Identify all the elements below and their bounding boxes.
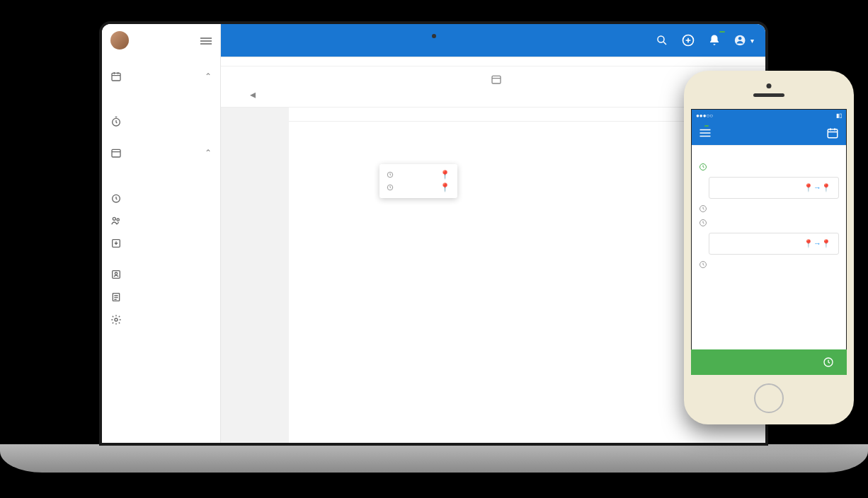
timeline-event xyxy=(699,216,839,230)
svg-point-13 xyxy=(735,35,746,46)
svg-point-4 xyxy=(113,217,115,220)
clock-icon xyxy=(699,163,707,171)
add-icon[interactable] xyxy=(681,33,695,47)
download-icon xyxy=(110,238,122,249)
timeline-event xyxy=(699,202,839,216)
contact-icon xyxy=(110,269,122,280)
sidebar: ⌃ ⌃ xyxy=(102,24,221,443)
bell-icon[interactable] xyxy=(708,34,721,47)
laptop-camera xyxy=(432,34,436,38)
people-icon xyxy=(110,215,122,226)
sidebar-item-subtasks[interactable] xyxy=(102,99,220,110)
signal-icon: ●●●○○ xyxy=(696,112,713,119)
chevron-up-icon: ⌃ xyxy=(205,71,212,81)
clock-icon xyxy=(699,219,707,227)
search-icon[interactable] xyxy=(656,34,668,47)
clock-icon xyxy=(699,204,707,213)
sidebar-item-team-subtasks[interactable] xyxy=(102,175,220,187)
sidebar-item-updates[interactable] xyxy=(102,232,220,255)
topbar: ▾ xyxy=(221,24,765,57)
prev-arrow-icon[interactable]: ◂ xyxy=(242,88,263,101)
avatar xyxy=(110,31,129,50)
notif-badge xyxy=(719,31,725,33)
time-card[interactable]: 📍→📍 xyxy=(709,233,839,255)
phone-frame: ●●●○○ ▮▯ 📍→📍 xyxy=(684,71,854,424)
section-team xyxy=(102,133,220,141)
phone-camera xyxy=(767,83,772,88)
view-tabs xyxy=(221,57,765,66)
svg-rect-2 xyxy=(112,149,120,157)
stopwatch-icon xyxy=(110,192,122,204)
svg-point-8 xyxy=(115,272,117,274)
sidebar-item-teamtimesheets[interactable] xyxy=(102,187,220,209)
svg-point-5 xyxy=(117,219,119,221)
calendar-picker-icon[interactable] xyxy=(491,74,502,85)
sidebar-item-members[interactable] xyxy=(102,209,220,232)
sidebar-item-invoices[interactable] xyxy=(102,286,220,308)
phone-calendar-icon[interactable] xyxy=(826,127,839,139)
date-bar xyxy=(221,66,765,88)
calendar-icon xyxy=(110,147,122,158)
phone-header xyxy=(692,121,846,145)
time-card[interactable]: 📍→📍 xyxy=(709,177,839,199)
phone-footer xyxy=(691,349,847,375)
user-menu-icon[interactable]: ▾ xyxy=(733,33,754,48)
clock-icon xyxy=(823,357,834,368)
svg-point-14 xyxy=(738,37,742,40)
clock-icon xyxy=(387,171,394,178)
section-mywork xyxy=(102,57,220,65)
chevron-up-icon: ⌃ xyxy=(205,148,212,158)
phone-speaker xyxy=(753,93,784,97)
sidebar-item-customers[interactable] xyxy=(102,263,220,286)
sidebar-item-mytimesheets[interactable] xyxy=(102,110,220,133)
svg-rect-15 xyxy=(492,76,501,83)
sidebar-item-team-jobs[interactable] xyxy=(102,164,220,175)
menu-badge xyxy=(704,125,709,127)
sidebar-item-administration[interactable] xyxy=(102,308,220,331)
calendar-icon xyxy=(110,71,122,82)
phone-screen: ●●●○○ ▮▯ 📍→📍 xyxy=(691,109,847,375)
svg-rect-18 xyxy=(828,129,838,138)
phone-menu-icon[interactable] xyxy=(699,128,712,138)
sidebar-item-teamschedule[interactable]: ⌃ xyxy=(102,141,220,164)
invoice-icon xyxy=(110,291,122,303)
menu-icon[interactable] xyxy=(200,36,212,45)
section-management xyxy=(102,255,220,263)
gear-icon xyxy=(110,314,122,325)
timeline-event xyxy=(699,257,839,272)
gantt-tooltip: 📍 📍 xyxy=(379,164,457,198)
battery-icon: ▮▯ xyxy=(836,112,842,119)
sidebar-user[interactable] xyxy=(102,24,220,57)
pin-icons: 📍→📍 xyxy=(804,183,831,192)
svg-point-11 xyxy=(658,36,664,42)
pin-icons: 📍→📍 xyxy=(804,239,831,248)
sidebar-item-jobs[interactable] xyxy=(102,88,220,99)
add-manual-log-button[interactable] xyxy=(692,146,846,160)
stopwatch-icon xyxy=(110,116,122,127)
clock-icon xyxy=(699,260,707,269)
clock-out-button[interactable] xyxy=(823,357,838,368)
svg-point-10 xyxy=(115,318,118,321)
laptop-base xyxy=(0,444,868,473)
home-button[interactable] xyxy=(754,383,784,413)
laptop-frame: ⌃ ⌃ xyxy=(99,21,768,446)
phone-working-status xyxy=(699,160,839,174)
pin-icon: 📍 xyxy=(440,183,450,192)
clock-icon xyxy=(387,184,394,191)
phone-timeline: 📍→📍 📍→📍 xyxy=(692,160,846,272)
gantt-names xyxy=(221,108,289,443)
sidebar-item-myschedule[interactable]: ⌃ xyxy=(102,65,220,88)
pin-icon: 📍 xyxy=(440,170,450,180)
svg-rect-0 xyxy=(112,73,120,81)
phone-status-bar: ●●●○○ ▮▯ xyxy=(692,110,846,121)
